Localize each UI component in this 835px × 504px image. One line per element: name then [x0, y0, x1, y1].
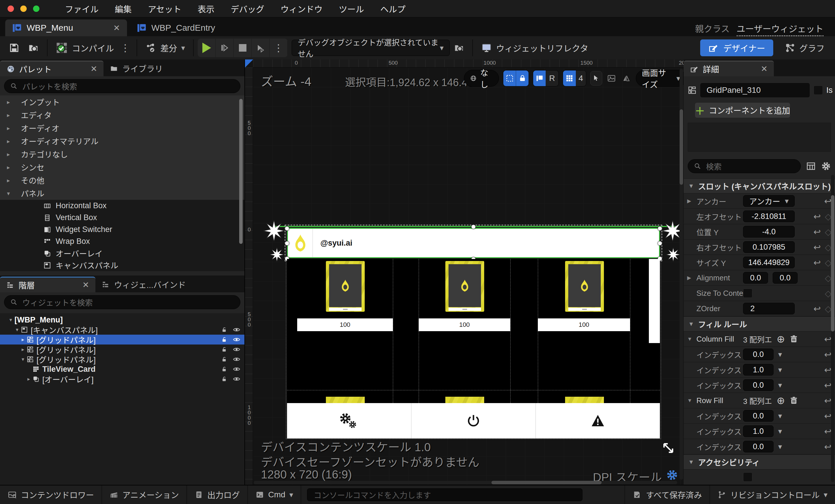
lock-widgets-toggle[interactable]: [516, 70, 529, 86]
hierarchy-search-input[interactable]: ウィジェットを検索: [4, 295, 240, 309]
palette-category-uncategorized[interactable]: ▸カテゴリなし: [0, 147, 244, 161]
chevron-down-icon[interactable]: ▾: [19, 356, 27, 362]
tab-wbp-cardentry[interactable]: WBP_CardEntry: [130, 19, 222, 36]
browse-debug-object-button[interactable]: [450, 39, 468, 57]
anchor-medallion-icon[interactable]: [270, 247, 284, 262]
settings-menu-button[interactable]: [287, 403, 411, 439]
menu-tools[interactable]: ツール: [339, 3, 364, 15]
compile-button[interactable]: コンパイル: [52, 39, 118, 57]
screen-size-dropdown[interactable]: 画面サイズ ▾: [636, 70, 684, 87]
palette-category-audio-material[interactable]: ▸オーディオマテリアル: [0, 135, 244, 147]
menu-view[interactable]: 表示: [198, 3, 214, 15]
zorder-input[interactable]: 2: [743, 303, 795, 314]
alignment-x-input[interactable]: 0.0: [743, 272, 768, 284]
close-icon[interactable]: ✕: [761, 64, 768, 74]
tab-details[interactable]: 詳細 ✕: [684, 61, 774, 76]
close-icon[interactable]: ✕: [82, 280, 89, 290]
stop-button[interactable]: [234, 39, 252, 57]
alignment-y-input[interactable]: 0.0: [773, 272, 798, 284]
resize-handle[interactable]: [658, 241, 662, 246]
chevron-right-icon[interactable]: ▸: [19, 336, 27, 343]
designer-viewport[interactable]: 0 500 1000 1500 200 500 0 500 1000 ズーム -…: [245, 59, 684, 485]
tree-item-grid-panel-2[interactable]: ▸ [グリッドパネル]: [0, 344, 244, 355]
revision-control-button[interactable]: リビジョンコントロール ▾: [710, 485, 835, 504]
content-drawer-button[interactable]: コンテンツドロワー: [0, 485, 102, 504]
bind-diamond-icon[interactable]: ◇: [825, 242, 832, 252]
palette-item-overlay[interactable]: オーバーレイ: [0, 247, 244, 259]
chevron-down-icon[interactable]: ▾: [778, 365, 782, 375]
column-fill-2-input[interactable]: 0.0: [743, 379, 774, 391]
reset-icon[interactable]: ↩: [814, 227, 821, 237]
position-y-input[interactable]: -4.0: [743, 226, 795, 238]
chevron-down-icon[interactable]: ▾: [778, 427, 782, 436]
cmd-dropdown[interactable]: Cmd ▾: [248, 485, 301, 504]
palette-search-input[interactable]: パレットを検索: [4, 79, 240, 93]
trash-icon[interactable]: [790, 396, 798, 405]
close-icon[interactable]: ✕: [90, 64, 97, 74]
chevron-down-icon[interactable]: ▾: [778, 350, 782, 359]
card-widget[interactable]: [445, 261, 484, 312]
tab-library[interactable]: ライブラリ: [103, 61, 169, 76]
localization-preview-button[interactable]: なし: [464, 70, 499, 87]
chevron-right-icon[interactable]: ▸: [19, 346, 27, 352]
bind-diamond-icon[interactable]: ◇: [825, 288, 832, 298]
save-status-button[interactable]: すべて保存済み: [625, 485, 710, 504]
compile-options-kebab[interactable]: ⋮: [118, 42, 133, 54]
row-fill-1-input[interactable]: 1.0: [743, 425, 774, 437]
dpi-settings-gear-icon[interactable]: [666, 469, 678, 481]
tab-wbp-menu[interactable]: WBP_Menu ✕: [5, 19, 127, 36]
palette-item-canvas-panel[interactable]: キャンバスパネル: [0, 259, 244, 271]
outline-mode-toggle[interactable]: [533, 70, 546, 86]
warning-menu-button[interactable]: [536, 403, 660, 439]
console-command-input[interactable]: コンソールコマンドを入力します: [307, 488, 583, 501]
resize-handle[interactable]: [285, 226, 289, 231]
lock-icon[interactable]: [221, 376, 228, 382]
offset-right-input[interactable]: 0.107985: [743, 241, 795, 253]
chevron-down-icon[interactable]: ▾: [778, 411, 782, 421]
slot-section-header[interactable]: ▼ スロット (キャンバスパネルスロット): [684, 178, 835, 194]
chevron-down-icon[interactable]: ▼: [687, 336, 692, 342]
palette-category-input[interactable]: ▸インプット: [0, 95, 244, 108]
bind-diamond-icon[interactable]: ◇: [825, 304, 832, 314]
palette-category-audio[interactable]: ▸オーディオ: [0, 121, 244, 135]
palette-item-vertical-box[interactable]: Vertical Box: [0, 212, 244, 224]
chevron-right-icon[interactable]: ▶: [687, 275, 691, 281]
reset-icon[interactable]: ↩: [824, 426, 832, 437]
lock-icon[interactable]: [221, 346, 228, 352]
offset-left-input[interactable]: -2.810811: [743, 210, 795, 222]
play-options-kebab[interactable]: ⋮: [270, 39, 288, 57]
save-button[interactable]: [5, 39, 24, 57]
size-y-input[interactable]: 146.449829: [743, 257, 795, 268]
palette-category-other[interactable]: ▸その他: [0, 174, 244, 187]
tree-item-grid-panel-3[interactable]: ▾ [グリッドパネル]: [0, 355, 244, 364]
card-widget[interactable]: [326, 261, 365, 312]
visibility-eye-icon[interactable]: [233, 356, 240, 363]
details-search-input[interactable]: 検索: [688, 159, 801, 173]
visibility-eye-icon[interactable]: [233, 346, 240, 353]
trash-icon[interactable]: [790, 335, 798, 343]
reset-icon[interactable]: ↩: [814, 304, 821, 314]
close-window-button[interactable]: [7, 5, 14, 12]
resize-handle[interactable]: [285, 241, 289, 246]
palette-item-widget-switcher[interactable]: Widget Switcher: [0, 224, 244, 236]
resize-corner-icon[interactable]: [662, 442, 675, 455]
tree-item-wbp-menu[interactable]: ▾[WBP_Menu]: [0, 315, 244, 325]
viewport-horizontal-scrollbar[interactable]: [254, 481, 677, 484]
size-to-content-checkbox[interactable]: [743, 288, 752, 298]
power-menu-button[interactable]: [411, 403, 536, 439]
lock-icon[interactable]: [221, 336, 228, 343]
play-from-here-button[interactable]: [252, 39, 270, 57]
menu-edit[interactable]: 編集: [115, 3, 131, 15]
tree-item-overlay[interactable]: ▸ [オーバーレイ]: [0, 374, 244, 384]
palette-item-horizontal-box[interactable]: Horizontal Box: [0, 200, 244, 212]
tab-widget-bind[interactable]: ウィジェ...バインド: [95, 277, 192, 292]
lock-icon[interactable]: [221, 366, 228, 372]
resize-handle[interactable]: [658, 226, 662, 231]
selected-grid-panel-widget[interactable]: @syui.ai: [287, 228, 660, 258]
respect-locks-toggle[interactable]: R: [546, 70, 558, 86]
lock-icon[interactable]: [221, 326, 228, 333]
accessibility-checkbox[interactable]: [743, 472, 752, 482]
reset-icon[interactable]: ↩: [814, 242, 821, 252]
frame-skip-button[interactable]: [216, 39, 234, 57]
visibility-eye-icon[interactable]: [233, 375, 240, 383]
